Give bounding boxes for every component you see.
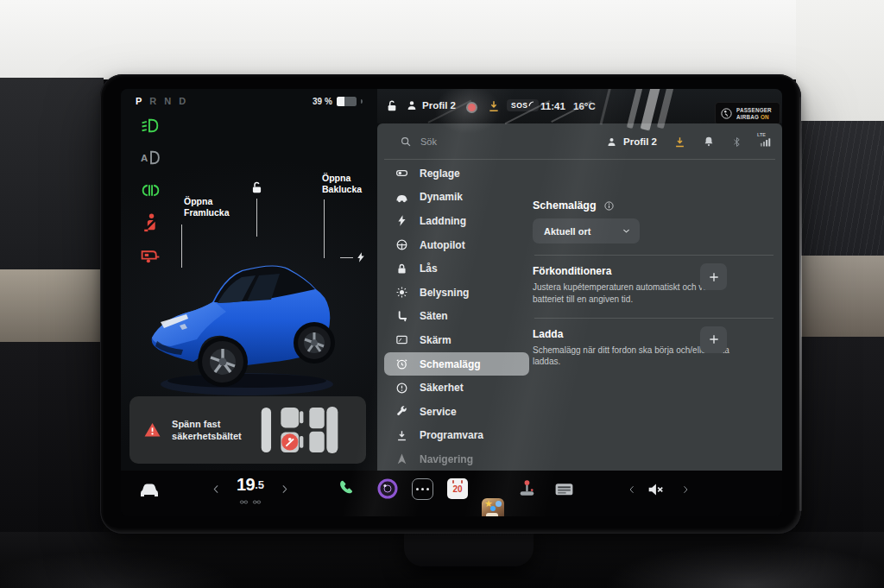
- search-divider: [384, 159, 775, 160]
- seatbelt-warning-icon: [140, 212, 161, 233]
- phone-icon[interactable]: [337, 478, 358, 500]
- camera-app-icon[interactable]: [376, 477, 399, 500]
- sidebar-item-autopilot[interactable]: Autopilot: [384, 233, 529, 257]
- account-row: Profil 2 LTE: [606, 130, 772, 154]
- gear-d: D: [179, 96, 186, 106]
- dashboard-lower-left: [0, 342, 104, 537]
- sidebar-item-reglage[interactable]: Reglage: [384, 161, 529, 186]
- volume-up-chevron[interactable]: [680, 484, 691, 495]
- cabin-temp-value: 19: [237, 475, 255, 495]
- seat-occupancy-graphic: [260, 402, 357, 458]
- network-indicator: LTE: [759, 136, 772, 149]
- sos-label: SOS: [511, 101, 527, 110]
- schedule-section: Förkonditionera Justera kupétemperaturen…: [533, 256, 775, 318]
- sidebar-item-belysning[interactable]: Belysning: [384, 281, 529, 305]
- sidebar-item-sakerhet[interactable]: Säkerhet: [384, 376, 529, 400]
- seatbelt-warning-card: Spänn fast säkerhetsbältet: [129, 396, 366, 464]
- sos-badge[interactable]: SOS: [507, 99, 539, 111]
- outside-temp-label: 16°C: [573, 101, 596, 111]
- sidebar-item-service[interactable]: Service: [384, 400, 529, 424]
- charge-bolt-icon[interactable]: [355, 251, 367, 263]
- bell-icon[interactable]: [703, 136, 715, 148]
- arcade-icon[interactable]: [517, 477, 539, 499]
- gear-p: P: [136, 96, 142, 106]
- vehicle-render: [145, 236, 352, 401]
- signal-bars-icon: [759, 136, 772, 149]
- info-icon[interactable]: [603, 200, 615, 212]
- section-title: Förkonditionera: [533, 265, 775, 277]
- sidebar-item-skarm[interactable]: Skärm: [384, 328, 529, 352]
- status-profile[interactable]: Profil 2: [406, 99, 456, 111]
- cabin-temp-control[interactable]: 19.5: [224, 475, 276, 495]
- sidebar-item-programvara[interactable]: Programvara: [384, 424, 529, 448]
- temp-up-chevron[interactable]: [279, 484, 290, 495]
- battery-percent-label: 39 %: [313, 97, 332, 106]
- search-placeholder: Sök: [420, 136, 437, 147]
- cabin-temp-decimal: .5: [255, 478, 264, 491]
- unlocked-icon[interactable]: [249, 180, 264, 195]
- account-update-icon[interactable]: [673, 136, 686, 149]
- airbag-icon: [720, 107, 733, 120]
- add-schedule-button[interactable]: [700, 326, 727, 353]
- app-dock: 19.5 20 ★: [121, 471, 782, 516]
- temp-down-chevron[interactable]: [211, 484, 222, 495]
- wood-trim-right: [796, 256, 884, 338]
- moon-glyph: [496, 501, 502, 507]
- screen-stand: [404, 528, 534, 566]
- low-beam-icon: [140, 115, 161, 136]
- sidebar-item-saten[interactable]: Säten: [384, 305, 529, 329]
- seat-heater-right-icon: [252, 497, 262, 507]
- clock-label: 11:41: [540, 101, 565, 111]
- gear-n: N: [164, 96, 171, 106]
- page-title: Schemalägg: [533, 199, 597, 212]
- passenger-airbag-badge: PASSENGER AIRBAG ON: [715, 102, 780, 125]
- battery-icon: [337, 97, 357, 106]
- sidebar-item-las[interactable]: Lås: [384, 256, 529, 281]
- record-dot-icon: [468, 104, 476, 111]
- radio-icon[interactable]: [553, 478, 575, 500]
- wall-background-right: [796, 0, 884, 123]
- schedule-section: Ladda Schemalägg när ditt fordon ska bör…: [533, 319, 775, 381]
- cloud-glyph: [486, 513, 498, 516]
- seatbelt-warning-text: Spänn fast säkerhetsbältet: [172, 418, 249, 443]
- section-title: Ladda: [533, 328, 775, 340]
- search-icon: [400, 136, 412, 148]
- add-schedule-button[interactable]: [700, 263, 727, 290]
- account-name[interactable]: Profil 2: [623, 136, 657, 147]
- touchscreen-display: PRND 39 % Öppna Framlucka Öppna Baklucka: [121, 89, 782, 516]
- location-dropdown-value: Aktuell ort: [544, 226, 590, 237]
- battery-cap: [361, 99, 363, 104]
- lte-label: LTE: [757, 132, 766, 137]
- dashboard-lower-right: [796, 337, 884, 537]
- touchscreen-bezel: PRND 39 % Öppna Framlucka Öppna Baklucka: [100, 74, 801, 534]
- dashboard-right: [796, 121, 884, 257]
- volume-down-chevron[interactable]: [627, 484, 637, 495]
- notification-dot: [490, 506, 496, 511]
- calendar-day: 20: [452, 484, 462, 494]
- calendar-icon[interactable]: 20: [447, 478, 468, 499]
- lock-pointer-line: [256, 199, 257, 237]
- open-frunk-button[interactable]: Öppna Framlucka: [184, 196, 251, 218]
- dashboard-left: [0, 78, 104, 271]
- gear-indicator: PRND: [136, 96, 193, 106]
- software-update-icon[interactable]: [487, 99, 501, 113]
- bluetooth-icon[interactable]: [731, 136, 742, 148]
- sidebar-item-dynamik[interactable]: Dynamik: [384, 186, 529, 210]
- app-launcher-icon[interactable]: [412, 478, 433, 500]
- sidebar-item-navigering[interactable]: Navigering: [384, 447, 529, 471]
- chevron-down-icon: [622, 226, 631, 236]
- warning-triangle-icon: [143, 420, 161, 439]
- account-person-icon[interactable]: [606, 136, 617, 148]
- settings-content: Schemalägg Aktuell ort Förkonditionera J…: [533, 161, 775, 471]
- airbag-line2: AIRBAG: [736, 114, 759, 120]
- sidebar-item-schemalagg[interactable]: Schemalägg: [384, 352, 529, 376]
- open-trunk-button[interactable]: Öppna Baklucka: [322, 173, 379, 195]
- sidebar-item-laddning[interactable]: Laddning: [384, 209, 529, 233]
- status-unlocked-icon[interactable]: [385, 99, 399, 113]
- location-dropdown[interactable]: Aktuell ort: [533, 218, 640, 243]
- airbag-state: ON: [761, 114, 769, 120]
- wood-trim-left: [0, 269, 104, 344]
- profile-name: Profil 2: [422, 100, 456, 111]
- car-front-icon[interactable]: [136, 477, 162, 503]
- mute-icon[interactable]: [646, 480, 665, 499]
